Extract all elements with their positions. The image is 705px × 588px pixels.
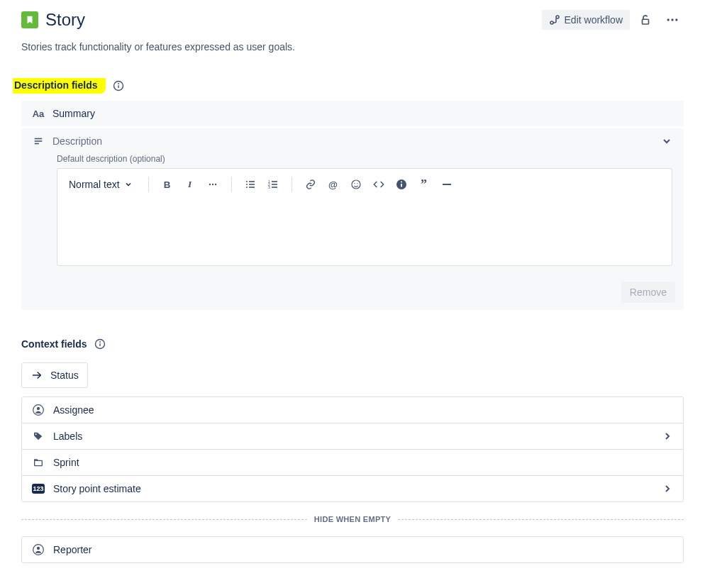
text-format-selector[interactable]: Normal text (66, 176, 135, 193)
sprint-icon (32, 457, 45, 468)
description-field-footer: Remove (21, 274, 684, 310)
context-fields-list-2: Reporter (21, 536, 684, 563)
code-icon (373, 179, 384, 190)
divider-line (398, 519, 684, 520)
description-section-title: Description fields (13, 78, 106, 94)
number-icon: 123 (32, 484, 45, 494)
svg-point-36 (99, 341, 101, 343)
chevron-down-icon (661, 135, 672, 147)
svg-point-27 (352, 180, 360, 189)
status-chip[interactable]: Status (21, 362, 88, 388)
svg-point-14 (214, 184, 216, 185)
svg-text:3: 3 (268, 185, 270, 189)
emoji-icon (350, 179, 362, 190)
lock-button[interactable] (634, 9, 657, 31)
code-button[interactable] (369, 174, 389, 194)
svg-point-0 (550, 21, 553, 24)
description-editor[interactable]: Normal text B I 123 @ ” (57, 168, 672, 266)
context-item-label: Reporter (53, 544, 91, 555)
svg-point-5 (675, 18, 677, 21)
divider-button[interactable] (437, 174, 457, 194)
context-item-assignee[interactable]: Assignee (22, 397, 683, 423)
editor-toolbar: Normal text B I 123 @ ” (57, 169, 672, 200)
link-icon (305, 179, 316, 190)
context-item-labels[interactable]: Labels (22, 423, 683, 450)
workflow-icon (549, 14, 560, 26)
more-formatting-button[interactable] (203, 174, 223, 194)
title-wrap: Story (21, 10, 85, 30)
summary-field-header: Aa Summary (21, 101, 684, 126)
svg-point-29 (357, 183, 357, 184)
description-field-header[interactable]: Description (21, 128, 684, 154)
svg-point-1 (556, 16, 559, 18)
toolbar-separator (148, 177, 149, 192)
emoji-button[interactable] (346, 174, 366, 194)
toolbar-separator (292, 177, 292, 192)
mention-button[interactable]: @ (323, 174, 343, 194)
bullet-list-button[interactable] (240, 174, 260, 194)
description-field-body: Default description (optional) Normal te… (21, 154, 684, 274)
svg-point-40 (35, 433, 37, 435)
bold-button[interactable]: B (157, 174, 177, 194)
quote-icon: ” (421, 182, 427, 187)
context-section-header: Context fields (21, 338, 684, 350)
svg-rect-41 (35, 460, 43, 465)
context-item-label: Labels (53, 431, 82, 442)
info-panel-button[interactable] (392, 174, 411, 194)
lock-open-icon (639, 13, 652, 26)
italic-button[interactable]: I (180, 174, 200, 194)
numbered-list-icon: 123 (267, 179, 279, 190)
page-title: Story (45, 10, 85, 30)
bold-icon: B (164, 179, 171, 190)
more-button[interactable] (661, 9, 684, 31)
page-subtitle: Stories track functionality or features … (21, 41, 684, 52)
chevron-right-icon (662, 483, 673, 494)
description-helper-label: Default description (optional) (57, 154, 672, 164)
status-label: Status (50, 370, 79, 381)
info-icon[interactable] (113, 80, 124, 91)
quote-button[interactable]: ” (414, 174, 434, 194)
toolbar-separator (231, 177, 232, 192)
text-aa-icon: Aa (33, 109, 44, 119)
italic-icon: I (188, 179, 191, 190)
context-section: Context fields Status Assignee Labels (21, 338, 684, 563)
context-item-label: Assignee (53, 404, 94, 416)
svg-point-13 (211, 184, 213, 185)
svg-rect-2 (643, 19, 649, 24)
link-button[interactable] (301, 174, 321, 194)
story-icon (21, 11, 38, 28)
context-item-story-points[interactable]: 123 Story point estimate (22, 476, 683, 501)
svg-point-8 (118, 83, 120, 84)
description-section-header: Description fields (13, 78, 684, 94)
context-section-title: Context fields (21, 338, 87, 350)
editor-content-area[interactable] (57, 200, 672, 265)
description-field-label: Description (52, 135, 102, 147)
hide-when-empty-divider: HIDE WHEN EMPTY (21, 515, 684, 523)
context-fields-list: Assignee Labels Sprint 123 Story point e… (21, 396, 684, 502)
tag-icon (32, 431, 45, 442)
divider-label: HIDE WHEN EMPTY (314, 515, 391, 523)
svg-point-12 (209, 184, 210, 185)
divider-line (21, 519, 307, 520)
svg-point-43 (37, 547, 40, 550)
ellipsis-icon (207, 179, 218, 190)
context-item-sprint[interactable]: Sprint (22, 450, 683, 476)
svg-point-17 (246, 184, 248, 185)
page-header: Story Edit workflow (21, 9, 684, 31)
mention-icon: @ (328, 179, 338, 190)
edit-workflow-button[interactable]: Edit workflow (542, 10, 630, 30)
description-field-card: Description Default description (optiona… (21, 128, 684, 310)
numbered-list-button[interactable]: 123 (263, 174, 283, 194)
assignee-icon (32, 404, 45, 416)
context-item-reporter[interactable]: Reporter (22, 537, 683, 562)
svg-point-19 (246, 187, 248, 188)
svg-point-3 (667, 18, 670, 21)
context-item-label: Story point estimate (53, 483, 141, 494)
svg-point-39 (37, 407, 40, 410)
summary-field-card[interactable]: Aa Summary (21, 101, 684, 126)
remove-button[interactable]: Remove (621, 282, 675, 303)
reporter-icon (32, 544, 45, 555)
svg-point-15 (246, 181, 248, 182)
info-icon[interactable] (94, 338, 106, 350)
info-circle-icon (396, 179, 407, 190)
